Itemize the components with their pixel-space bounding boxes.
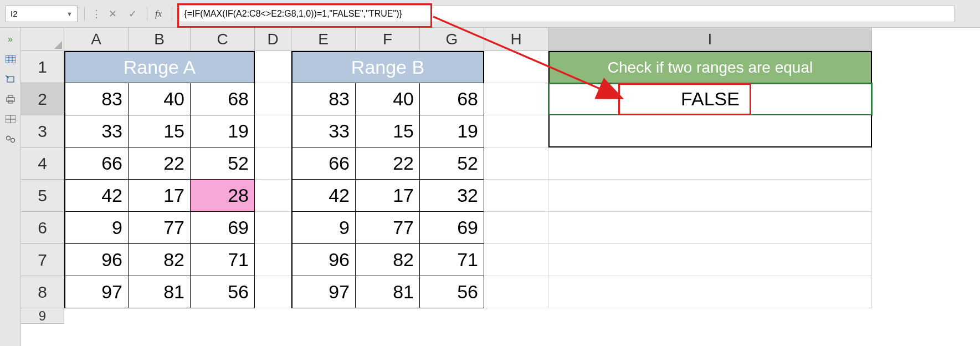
range-b-cell[interactable]: 33 (291, 115, 356, 147)
check-title[interactable]: Check if two ranges are equal (548, 51, 872, 83)
find-icon[interactable] (4, 134, 17, 144)
range-a-cell[interactable]: 42 (64, 180, 129, 212)
cell-I8[interactable] (548, 276, 872, 308)
row-header-1[interactable]: 1 (21, 51, 64, 83)
cell-H2[interactable] (484, 83, 548, 115)
range-b-cell[interactable]: 19 (420, 115, 484, 147)
insert-icon[interactable] (4, 74, 17, 84)
range-a-cell[interactable]: 9 (64, 212, 129, 244)
range-b-cell[interactable]: 69 (420, 212, 484, 244)
range-b-cell[interactable]: 68 (420, 83, 484, 115)
range-b-cell[interactable]: 81 (356, 276, 420, 308)
column-header-A[interactable]: A (64, 28, 129, 51)
range-a-cell[interactable]: 52 (191, 147, 255, 180)
svg-rect-7 (8, 95, 13, 98)
range-b-cell[interactable]: 97 (291, 276, 356, 308)
row-header-5[interactable]: 5 (21, 180, 64, 212)
range-b-cell[interactable]: 15 (356, 115, 420, 147)
row-header-partial[interactable]: 9 (21, 308, 64, 324)
range-b-cell[interactable]: 83 (291, 83, 356, 115)
spreadsheet-grid[interactable]: ABCDEFGHI 123456789 Range ARange BCheck … (21, 28, 980, 346)
range-a-cell[interactable]: 17 (129, 180, 191, 212)
name-box[interactable]: I2 ▼ (6, 6, 78, 22)
range-a-cell[interactable]: 19 (191, 115, 255, 147)
divider (172, 7, 172, 21)
range-b-cell[interactable]: 56 (420, 276, 484, 308)
range-a-cell[interactable]: 56 (191, 276, 255, 308)
cell-H5[interactable] (484, 180, 548, 212)
cell-H3[interactable] (484, 115, 548, 147)
range-a-cell[interactable]: 69 (191, 212, 255, 244)
cell-D6[interactable] (255, 212, 291, 244)
cell-D1[interactable] (255, 51, 291, 83)
row-header-2[interactable]: 2 (21, 83, 64, 115)
cell-D4[interactable] (255, 147, 291, 180)
table-icon[interactable] (4, 54, 17, 64)
row-header-7[interactable]: 7 (21, 244, 64, 276)
grid-icon[interactable] (4, 114, 17, 124)
range-b-cell[interactable]: 71 (420, 244, 484, 276)
column-header-H[interactable]: H (484, 28, 548, 51)
accept-icon[interactable]: ✓ (125, 6, 140, 22)
column-header-C[interactable]: C (191, 28, 255, 51)
cell-H8[interactable] (484, 276, 548, 308)
column-header-I[interactable]: I (548, 28, 872, 51)
row-header-8[interactable]: 8 (21, 276, 64, 308)
range-b-cell[interactable]: 32 (420, 180, 484, 212)
range-a-cell[interactable]: 77 (129, 212, 191, 244)
range-a-cell[interactable]: 28 (191, 180, 255, 212)
range-a-cell[interactable]: 82 (129, 244, 191, 276)
range-b-cell[interactable]: 96 (291, 244, 356, 276)
range-b-cell[interactable]: 42 (291, 180, 356, 212)
cell-H6[interactable] (484, 212, 548, 244)
cell-I7[interactable] (548, 244, 872, 276)
cell-H7[interactable] (484, 244, 548, 276)
range-b-cell[interactable]: 9 (291, 212, 356, 244)
cell-D5[interactable] (255, 180, 291, 212)
range-b-cell[interactable]: 77 (356, 212, 420, 244)
drag-handle-icon[interactable]: ⋮ (91, 8, 100, 20)
divider (147, 7, 147, 21)
range-a-cell[interactable]: 22 (129, 147, 191, 180)
column-header-E[interactable]: E (291, 28, 356, 51)
range-b-cell[interactable]: 66 (291, 147, 356, 180)
print-icon[interactable] (4, 94, 17, 104)
range-a-cell[interactable]: 33 (64, 115, 129, 147)
row-header-4[interactable]: 4 (21, 147, 64, 180)
cell-I6[interactable] (548, 212, 872, 244)
dropdown-icon[interactable]: ▼ (66, 11, 73, 17)
range-a-cell[interactable]: 66 (64, 147, 129, 180)
row-header-6[interactable]: 6 (21, 212, 64, 244)
expand-panel-icon[interactable]: » (4, 34, 17, 44)
range-b-cell[interactable]: 40 (356, 83, 420, 115)
range-a-cell[interactable]: 97 (64, 276, 129, 308)
cell-D3[interactable] (255, 115, 291, 147)
row-header-3[interactable]: 3 (21, 115, 64, 147)
range-a-cell[interactable]: 81 (129, 276, 191, 308)
cell-D7[interactable] (255, 244, 291, 276)
fx-icon[interactable]: fx (155, 8, 162, 19)
range-a-cell[interactable]: 68 (191, 83, 255, 115)
cell-I5[interactable] (548, 180, 872, 212)
cell-I3[interactable] (548, 115, 872, 147)
column-header-D[interactable]: D (255, 28, 291, 51)
range-a-cell[interactable]: 71 (191, 244, 255, 276)
cancel-icon[interactable]: ✕ (105, 6, 120, 22)
cell-D8[interactable] (255, 276, 291, 308)
range-a-cell[interactable]: 96 (64, 244, 129, 276)
cell-D2[interactable] (255, 83, 291, 115)
formula-input[interactable]: {=IF(MAX(IF(A2:C8<>E2:G8,1,0))=1,"FALSE"… (179, 6, 955, 22)
range-b-cell[interactable]: 22 (356, 147, 420, 180)
check-result-cell[interactable]: FALSE (548, 83, 872, 115)
cell-H4[interactable] (484, 147, 548, 180)
range-a-cell[interactable]: 40 (129, 83, 191, 115)
cell-H1[interactable] (484, 51, 548, 83)
select-all-corner[interactable] (21, 28, 64, 51)
range-a-cell[interactable]: 15 (129, 115, 191, 147)
range-a-cell[interactable]: 83 (64, 83, 129, 115)
column-header-G[interactable]: G (420, 28, 484, 51)
range-b-cell[interactable]: 82 (356, 244, 420, 276)
cell-I4[interactable] (548, 147, 872, 180)
range-b-cell[interactable]: 52 (420, 147, 484, 180)
range-b-cell[interactable]: 17 (356, 180, 420, 212)
